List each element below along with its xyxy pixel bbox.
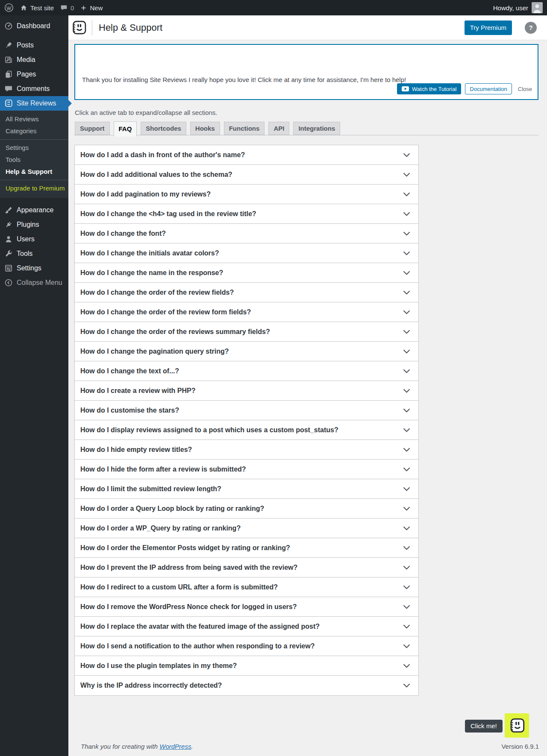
- tab-support[interactable]: Support: [75, 122, 110, 135]
- watch-tutorial-button[interactable]: Watch the Tutorial: [397, 83, 461, 94]
- faq-question-text: How do I customise the stars?: [80, 407, 179, 414]
- sidebar-item-plugins[interactable]: Plugins: [0, 217, 68, 232]
- notice-actions: Watch the Tutorial Documentation Close: [397, 83, 532, 94]
- tab-hooks[interactable]: Hooks: [190, 122, 220, 135]
- faq-question-row[interactable]: How do I change the initials avatar colo…: [75, 243, 418, 263]
- comments-icon: [60, 4, 68, 12]
- faq-question-row[interactable]: How do I hide empty review titles?: [75, 440, 418, 460]
- faq-question-text: How do I order a WP_Query by rating or r…: [80, 525, 241, 532]
- faq-question-row[interactable]: How do I add additional values to the sc…: [75, 165, 418, 185]
- faq-question-row[interactable]: How do I change the order of the review …: [75, 302, 418, 322]
- faq-question-row[interactable]: How do I create a review with PHP?: [75, 381, 418, 401]
- site-reviews-logo-icon: [4, 99, 13, 108]
- submenu-item-upgrade-premium[interactable]: Upgrade to Premium: [0, 182, 68, 194]
- sidebar-item-posts[interactable]: Posts: [0, 38, 68, 53]
- faq-question-text: How do I change the text of...?: [80, 367, 179, 375]
- faq-question-row[interactable]: How do I change the order of the reviews…: [75, 322, 418, 342]
- submenu-divider: [0, 180, 68, 180]
- sidebar-item-settings[interactable]: Settings: [0, 261, 68, 275]
- new-menu[interactable]: New: [80, 4, 103, 12]
- tab-faq[interactable]: FAQ: [114, 121, 137, 137]
- tab-shortcodes[interactable]: Shortcodes: [141, 122, 186, 135]
- faq-question-row[interactable]: How do I replace the avatar with the fea…: [75, 617, 418, 636]
- faq-question-row[interactable]: How do I limit the submitted review leng…: [75, 479, 418, 499]
- comments-menu[interactable]: 0: [60, 4, 74, 12]
- faq-question-row[interactable]: How do I change the name in the response…: [75, 263, 418, 283]
- sidebar-item-tools[interactable]: Tools: [0, 246, 68, 261]
- wordpress-logo-icon: [4, 3, 14, 12]
- chevron-down-icon: [403, 605, 410, 609]
- sidebar-item-comments[interactable]: Comments: [0, 82, 68, 96]
- faq-question-row[interactable]: How do I add pagination to my reviews?: [75, 185, 418, 204]
- welcome-notice: Thank you for installing Site Reviews I …: [74, 44, 538, 100]
- dashboard-icon: [4, 22, 13, 30]
- faq-question-text: How do I create a review with PHP?: [80, 387, 195, 395]
- faq-question-text: How do I change the pagination query str…: [80, 348, 229, 355]
- chevron-down-icon: [403, 585, 410, 589]
- sidebar-item-label: Settings: [17, 264, 41, 272]
- chevron-down-icon: [403, 428, 410, 432]
- click-me-tooltip-button[interactable]: Click me!: [465, 720, 503, 733]
- sidebar-item-pages[interactable]: Pages: [0, 67, 68, 82]
- comments-count-badge: 0: [71, 4, 74, 12]
- sidebar-item-users[interactable]: Users: [0, 232, 68, 246]
- main-content: Help & Support Try Premium ? Thank you f…: [68, 15, 547, 756]
- help-icon[interactable]: ?: [525, 22, 537, 34]
- close-notice-link[interactable]: Close: [518, 86, 532, 92]
- faq-question-row[interactable]: How do I display reviews assigned to a p…: [75, 420, 418, 440]
- faq-question-row[interactable]: How do I redirect to a custom URL after …: [75, 577, 418, 597]
- collapse-menu-label: Collapse Menu: [17, 279, 62, 287]
- admin-bar: Test site 0 New Howdy, user: [0, 0, 547, 15]
- chevron-down-icon: [403, 290, 410, 295]
- sidebar-item-label: Users: [17, 235, 35, 243]
- chevron-down-icon: [403, 349, 410, 354]
- sidebar-item-label: Tools: [17, 250, 32, 258]
- faq-question-row[interactable]: How do I customise the stars?: [75, 401, 418, 420]
- faq-question-row[interactable]: How do I order the Elementor Posts widge…: [75, 538, 418, 558]
- faq-question-row[interactable]: How do I change the pagination query str…: [75, 342, 418, 361]
- site-name-menu[interactable]: Test site: [20, 4, 54, 12]
- sidebar-item-label: Plugins: [17, 221, 39, 229]
- faq-question-text: How do I use the plugin templates in my …: [80, 662, 237, 670]
- faq-question-text: How do I add pagination to my reviews?: [80, 190, 211, 198]
- faq-question-text: Why is the IP address incorrectly detect…: [80, 682, 222, 689]
- faq-question-row[interactable]: How do I use the plugin templates in my …: [75, 656, 418, 676]
- submenu-item-settings[interactable]: Settings: [0, 142, 68, 154]
- submenu-item-categories[interactable]: Categories: [0, 125, 68, 137]
- tab-functions[interactable]: Functions: [224, 122, 265, 135]
- sidebar-item-appearance[interactable]: Appearance: [0, 203, 68, 217]
- sidebar-collapse-menu[interactable]: Collapse Menu: [0, 275, 68, 290]
- faq-question-row[interactable]: How do I remove the WordPress Nonce chec…: [75, 597, 418, 617]
- faq-question-row[interactable]: Why is the IP address incorrectly detect…: [75, 676, 418, 695]
- tab-integrations[interactable]: Integrations: [293, 122, 340, 135]
- faq-question-row[interactable]: How do I change the text of...?: [75, 361, 418, 381]
- faq-question-row[interactable]: How do I send a notification to the auth…: [75, 636, 418, 656]
- faq-question-row[interactable]: How do I order a Query Loop block by rat…: [75, 499, 418, 519]
- comment-bubble-icon: [4, 85, 13, 93]
- submenu-item-help-support[interactable]: Help & Support: [0, 166, 68, 178]
- faq-question-row[interactable]: How do I prevent the IP address from bei…: [75, 558, 418, 577]
- sidebar-item-dashboard[interactable]: Dashboard: [0, 19, 68, 33]
- wordpress-link[interactable]: WordPress: [159, 743, 191, 750]
- faq-question-row[interactable]: How do I change the font?: [75, 224, 418, 243]
- tab-api[interactable]: API: [268, 122, 289, 135]
- site-reviews-mascot-button[interactable]: [505, 713, 529, 738]
- submenu-item-all-reviews[interactable]: All Reviews: [0, 113, 68, 125]
- faq-question-row[interactable]: How do I add a dash in front of the auth…: [75, 145, 418, 165]
- faq-question-row[interactable]: How do I order a WP_Query by rating or r…: [75, 519, 418, 538]
- faq-question-row[interactable]: How do I hide the form after a review is…: [75, 460, 418, 479]
- faq-question-text: How do I change the initials avatar colo…: [80, 249, 219, 257]
- sidebar-item-site-reviews[interactable]: Site Reviews: [0, 96, 68, 111]
- sidebar-item-media[interactable]: Media: [0, 53, 68, 67]
- documentation-button[interactable]: Documentation: [465, 83, 512, 94]
- try-premium-button[interactable]: Try Premium: [465, 21, 512, 35]
- chevron-down-icon: [403, 251, 410, 255]
- wordpress-logo-menu[interactable]: [4, 3, 14, 12]
- chevron-down-icon: [403, 526, 410, 530]
- sidebar-item-label: Site Reviews: [17, 100, 56, 107]
- submenu-item-tools[interactable]: Tools: [0, 154, 68, 166]
- account-menu[interactable]: Howdy, user: [493, 2, 543, 13]
- notice-message: Thank you for installing Site Reviews I …: [82, 76, 406, 83]
- faq-question-row[interactable]: How do I change the <h4> tag used in the…: [75, 204, 418, 224]
- faq-question-row[interactable]: How do I change the order of the review …: [75, 283, 418, 302]
